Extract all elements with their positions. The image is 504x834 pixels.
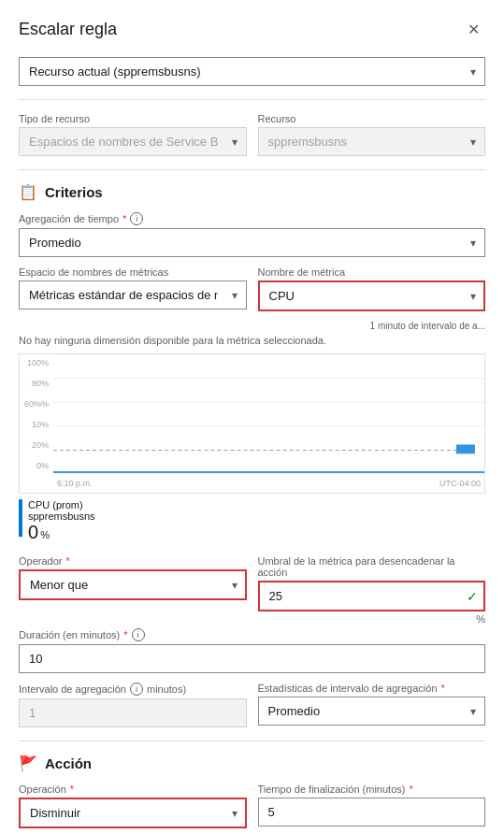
aggregation-stats-label: Estadísticas de intervalo de agregación … — [258, 683, 486, 694]
operation-select[interactable]: Disminuir — [19, 798, 247, 828]
operator-select[interactable]: Menor que — [19, 569, 247, 600]
cooldown-label: Tiempo de finalización (minutos) * — [258, 784, 486, 795]
chart-legend-color-bar — [19, 499, 22, 537]
metric-name-col: Nombre de métrica CPU — [258, 266, 486, 311]
svg-rect-7 — [456, 444, 475, 453]
operation-cooldown-row: Operación * Disminuir Tiempo de finaliza… — [19, 784, 485, 828]
y-label-40: 10% — [22, 420, 51, 429]
time-aggregation-field: Agregación de tiempo * i Promedio — [19, 212, 485, 257]
operator-label: Operador * — [19, 555, 247, 567]
time-aggregation-info[interactable]: i — [130, 212, 143, 225]
aggregation-interval-info[interactable]: i — [130, 683, 143, 696]
resource-select-col[interactable]: sppremsbusns — [258, 127, 486, 156]
criteria-icon: 📋 — [19, 183, 37, 201]
metric-name-label: Nombre de métrica — [258, 266, 486, 278]
threshold-col: Umbral de la métrica para desencadenar l… — [258, 555, 486, 625]
operation-select-wrapper[interactable]: Disminuir — [19, 798, 247, 828]
aggregation-interval-label: Intervalo de agregación i minutos) — [19, 683, 247, 696]
duration-required: * — [123, 629, 127, 640]
resource-type-resource-row: Tipo de recurso Espacios de nombres de S… — [19, 113, 485, 156]
chart-bottom: 6:10 p.m. UTC-04:00 — [53, 474, 484, 493]
criteria-label: Criterios — [45, 184, 103, 200]
y-label-100: 100% — [22, 358, 51, 367]
chart-legend-name: CPU (prom) — [28, 499, 95, 510]
time-aggregation-select-wrapper[interactable]: Promedio — [19, 228, 485, 257]
chart-y-labels: 100% 80% 60%% 10% 20% 0% — [20, 354, 53, 474]
y-label-80: 80% — [22, 379, 51, 388]
metrics-namespace-col: Espacio de nombres de métricas Métricas … — [19, 266, 247, 311]
operator-required: * — [65, 555, 69, 567]
threshold-check-icon: ✓ — [467, 589, 478, 604]
chart-legend-unit: % — [40, 529, 50, 540]
y-label-0: 0% — [22, 461, 51, 470]
action-icon: 🚩 — [19, 755, 37, 772]
threshold-unit: % — [258, 613, 486, 625]
time-aggregation-required: * — [122, 213, 126, 224]
metrics-namespace-select[interactable]: Métricas estándar de espacios de nombres… — [19, 280, 247, 309]
aggregation-stats-select[interactable]: Promedio — [258, 697, 486, 726]
resource-select-col-wrapper[interactable]: sppremsbusns — [258, 127, 486, 156]
metric-name-select[interactable]: CPU — [258, 280, 486, 311]
resource-select-wrapper[interactable]: Recurso actual (sppremsbusns) — [19, 57, 485, 86]
chart-legend-value-row: 0 % — [28, 522, 95, 542]
duration-info[interactable]: i — [132, 628, 145, 641]
action-heading: 🚩 Acción — [19, 755, 485, 772]
metrics-namespace-select-wrapper[interactable]: Métricas estándar de espacios de nombres… — [19, 280, 247, 309]
chart-svg — [53, 354, 484, 474]
chart-time-label: 6:10 p.m. — [57, 479, 93, 488]
cooldown-required: * — [409, 784, 412, 795]
aggregation-stats-select-wrapper[interactable]: Promedio — [258, 697, 486, 726]
threshold-label-wrap: Umbral de la métrica para desencadenar l… — [258, 555, 486, 578]
threshold-label: Umbral de la métrica para desencadenar l… — [258, 555, 486, 578]
divider-1 — [19, 99, 485, 100]
aggregation-interval-col: Intervalo de agregación i minutos) — [19, 683, 247, 727]
operator-select-wrapper[interactable]: Menor que — [19, 569, 247, 600]
aggregation-interval-input — [19, 698, 247, 727]
chart-legend-info: CPU (prom) sppremsbusns 0 % — [28, 499, 95, 542]
y-label-20: 20% — [22, 440, 51, 450]
resource-label: Recurso — [258, 113, 486, 124]
aggregation-stats-col: Estadísticas de intervalo de agregación … — [258, 683, 486, 727]
modal-title: Escalar regla — [19, 20, 117, 39]
duration-label: Duración (en minutos) * i — [19, 628, 485, 641]
chart-area: 100% 80% 60%% 10% 20% 0% — [19, 353, 485, 494]
resource-type-col: Tipo de recurso Espacios de nombres de S… — [19, 113, 247, 156]
modal-header: Escalar regla ✕ — [19, 19, 485, 40]
chart-content — [53, 354, 484, 474]
action-label: Acción — [45, 755, 92, 771]
chart-legend: CPU (prom) sppremsbusns 0 % — [19, 499, 485, 542]
y-label-60: 60%% — [22, 399, 51, 409]
modal-container: Escalar regla ✕ Recurso actual (sppremsb… — [0, 0, 504, 834]
close-button[interactable]: ✕ — [462, 19, 485, 40]
operator-col: Operador * Menor que — [19, 555, 247, 625]
resource-type-label: Tipo de recurso — [19, 113, 247, 124]
criteria-heading: 📋 Criterios — [19, 183, 485, 201]
resource-select[interactable]: Recurso actual (sppremsbusns) — [19, 57, 485, 86]
operation-label: Operación * — [19, 784, 247, 795]
threshold-input-wrapper: ✓ — [258, 581, 486, 611]
cooldown-input[interactable] — [258, 798, 486, 827]
metrics-namespace-label: Espacio de nombres de métricas — [19, 266, 247, 278]
metrics-row: Espacio de nombres de métricas Métricas … — [19, 266, 485, 311]
time-aggregation-label: Agregación de tiempo * i — [19, 212, 485, 225]
divider-3 — [19, 741, 485, 741]
aggregation-stats-required: * — [441, 683, 445, 694]
duration-field: Duración (en minutos) * i — [19, 628, 485, 673]
duration-input[interactable] — [19, 644, 485, 673]
metric-name-select-wrapper[interactable]: CPU — [258, 280, 486, 311]
divider-2 — [19, 169, 485, 170]
resource-type-select[interactable]: Espacios de nombres de Service Bus — [19, 127, 247, 156]
time-aggregation-select[interactable]: Promedio — [19, 228, 485, 257]
resource-selector-wrapper: Recurso actual (sppremsbusns) — [19, 57, 485, 86]
operation-col: Operación * Disminuir — [19, 784, 247, 828]
no-dimension-text: No hay ninguna dimensión disponible para… — [19, 335, 485, 346]
resource-col: Recurso sppremsbusns — [258, 113, 486, 156]
resource-type-select-wrapper[interactable]: Espacios de nombres de Service Bus — [19, 127, 247, 156]
interval-label: 1 minuto de intervalo de a... — [19, 321, 485, 331]
chart-utc-label: UTC-04:00 — [439, 479, 481, 488]
operator-threshold-row: Operador * Menor que Umbral de la métric… — [19, 555, 485, 625]
chart-legend-resource: sppremsbusns — [28, 510, 95, 522]
aggregation-row: Intervalo de agregación i minutos) Estad… — [19, 683, 485, 727]
threshold-input[interactable] — [258, 581, 486, 611]
operation-required: * — [70, 784, 74, 795]
